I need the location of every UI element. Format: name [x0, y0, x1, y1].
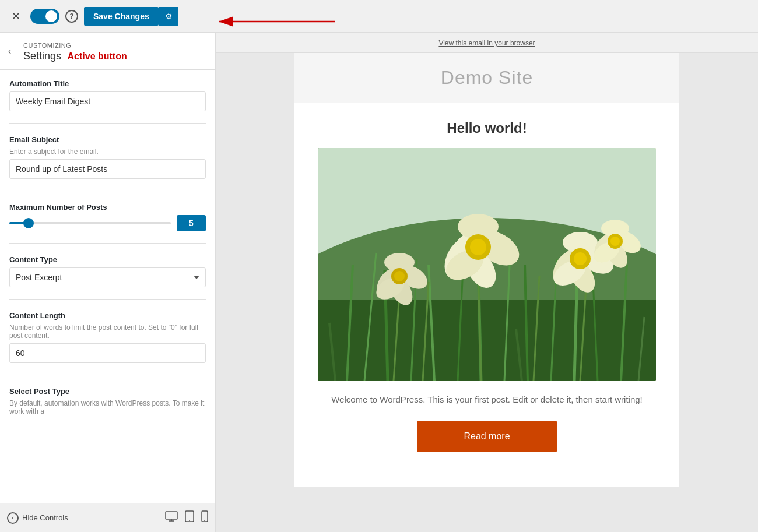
gear-settings-button[interactable]: ⚙	[159, 7, 178, 26]
post-image	[318, 148, 656, 381]
email-preview: Demo Site Hello world!	[294, 53, 679, 487]
svg-point-45	[574, 252, 587, 265]
device-icons	[165, 510, 208, 525]
divider-2	[9, 191, 206, 191]
top-bar: ✕ ? Save Changes ⚙	[0, 0, 758, 33]
customizing-header: ‹ Customizing Settings Active button	[0, 33, 215, 70]
gear-icon: ⚙	[165, 12, 173, 21]
save-changes-button[interactable]: Save Changes	[84, 7, 159, 26]
select-post-type-hint: By default, automation works with WordPr…	[9, 399, 206, 415]
active-button-annotation: Active button	[68, 51, 127, 61]
annotation-arrow	[213, 7, 341, 36]
close-icon: ✕	[12, 10, 20, 23]
content-type-label: Content Type	[9, 255, 206, 264]
site-title: Demo Site	[306, 67, 668, 89]
back-button[interactable]: ‹	[8, 46, 11, 57]
automation-title-group: Automation Title	[9, 79, 206, 111]
content-type-select[interactable]: Post Excerpt Full Content Title Only	[9, 267, 206, 287]
hide-controls-button[interactable]: ‹ Hide Controls	[7, 512, 68, 524]
left-panel: ‹ Customizing Settings Active button Aut…	[0, 33, 216, 532]
select-post-type-group: Select Post Type By default, automation …	[9, 387, 206, 415]
toggle-switch[interactable]	[30, 9, 59, 24]
select-post-type-label: Select Post Type	[9, 387, 206, 396]
email-subject-hint: Enter a subject for the email.	[9, 147, 206, 156]
main-content: ‹ Customizing Settings Active button Aut…	[0, 33, 758, 532]
hide-controls-label: Hide Controls	[22, 513, 68, 522]
bottom-controls: ‹ Hide Controls	[0, 503, 215, 532]
divider-4	[9, 299, 206, 300]
read-more-label: Read more	[464, 431, 510, 441]
content-length-label: Content Length	[9, 311, 206, 320]
read-more-button[interactable]: Read more	[417, 421, 557, 452]
save-changes-label: Save Changes	[93, 12, 149, 21]
mobile-icon[interactable]	[201, 510, 208, 525]
content-type-group: Content Type Post Excerpt Full Content T…	[9, 255, 206, 287]
tablet-icon[interactable]	[185, 510, 194, 525]
preview-link-bar: View this email in your browser	[216, 33, 758, 53]
automation-title-label: Automation Title	[9, 79, 206, 88]
svg-point-6	[189, 520, 190, 521]
email-subject-label: Email Subject	[9, 135, 206, 144]
post-title: Hello world!	[318, 120, 656, 136]
max-posts-group: Maximum Number of Posts 5	[9, 203, 206, 231]
toggle-container	[30, 9, 59, 24]
slider-thumb[interactable]	[23, 218, 34, 228]
svg-point-53	[394, 271, 405, 281]
save-gear-wrapper: Save Changes ⚙	[84, 7, 178, 26]
divider-3	[9, 243, 206, 244]
close-button[interactable]: ✕	[7, 8, 24, 25]
customizing-label: Customizing	[23, 42, 71, 49]
email-subject-group: Email Subject Enter a subject for the em…	[9, 135, 206, 179]
form-area: Automation Title Email Subject Enter a s…	[0, 70, 215, 503]
svg-point-61	[610, 237, 620, 246]
slider-row: 5	[9, 215, 206, 231]
content-length-input[interactable]	[9, 343, 206, 363]
settings-title: Settings	[23, 50, 61, 62]
daffodil-image	[318, 148, 656, 381]
email-subject-input[interactable]	[9, 159, 206, 179]
slider-value: 5	[177, 215, 206, 231]
preview-panel: View this email in your browser Demo Sit…	[216, 33, 758, 532]
email-header: Demo Site	[294, 53, 679, 103]
slider-track	[9, 222, 171, 224]
content-length-group: Content Length Number of words to limit …	[9, 311, 206, 363]
customizing-section: Customizing Settings Active button	[23, 40, 206, 62]
svg-point-37	[470, 239, 486, 255]
max-posts-label: Maximum Number of Posts	[9, 203, 206, 212]
desktop-icon[interactable]	[165, 510, 178, 525]
toggle-knob	[45, 10, 57, 22]
svg-point-8	[204, 520, 205, 521]
divider-1	[9, 123, 206, 124]
help-icon[interactable]: ?	[65, 10, 78, 23]
svg-rect-2	[166, 512, 177, 519]
email-body: Hello world!	[294, 103, 679, 470]
content-length-hint: Number of words to limit the post conten…	[9, 323, 206, 340]
divider-5	[9, 375, 206, 375]
chevron-left-icon: ‹	[7, 512, 19, 524]
post-excerpt: Welcome to WordPress. This is your first…	[318, 393, 656, 407]
automation-title-input[interactable]	[9, 91, 206, 111]
view-email-link[interactable]: View this email in your browser	[438, 39, 535, 47]
